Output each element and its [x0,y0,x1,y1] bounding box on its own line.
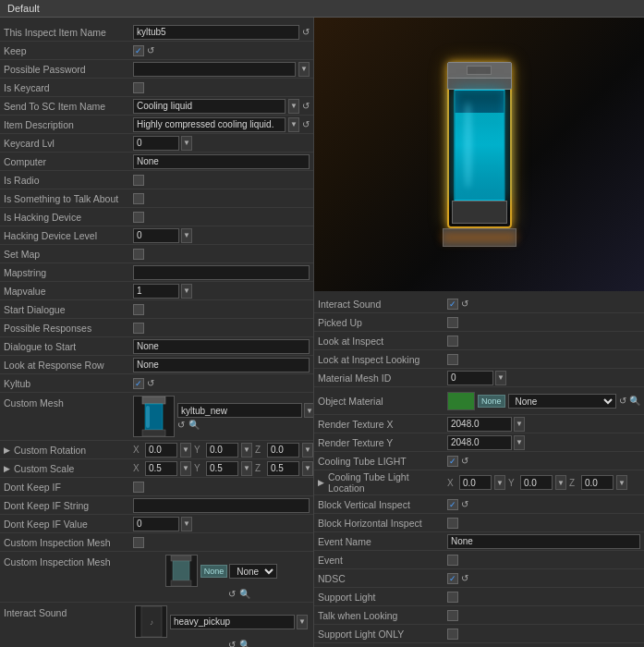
custom-rotation-x[interactable] [145,443,177,458]
render-texture-x-input[interactable] [447,417,512,432]
cooling-tube-light-checkbox[interactable] [447,456,458,467]
send-to-sc-reset[interactable]: ↺ [302,101,310,111]
custom-inspection-dropdown[interactable]: None [229,564,277,579]
object-material-search[interactable]: 🔍 [629,396,640,406]
interact-sound-left-reset[interactable]: ↺ [228,640,236,647]
block-vertical-inspect-reset[interactable]: ↺ [461,499,468,509]
cooling-tube-light-reset[interactable]: ↺ [461,456,468,466]
custom-scale-z[interactable] [267,461,299,476]
keep-reset[interactable]: ↺ [147,45,154,55]
event-name-input[interactable] [447,534,640,549]
picked-up-checkbox[interactable] [447,317,458,328]
send-to-sc-dropdown[interactable]: ▼ [288,99,299,114]
custom-mesh-reset[interactable]: ↺ [177,420,185,430]
support-light-only-value [447,629,640,640]
dont-keep-if-value-row: Dont Keep IF Value ▼ [0,515,313,533]
interact-sound-reset[interactable]: ↺ [461,299,468,309]
interact-sound-left-search[interactable]: 🔍 [239,640,250,647]
possible-responses-checkbox[interactable] [133,323,144,334]
kyltub-checkbox[interactable] [133,378,144,389]
possible-password-dropdown-btn[interactable]: ▼ [298,62,310,77]
svg-rect-2 [142,430,165,436]
is-keycard-checkbox[interactable] [133,82,144,93]
custom-rotation-y[interactable] [206,443,238,458]
custom-inspection-reset[interactable]: ↺ [228,589,236,599]
event-name-label: Event Name [318,536,447,547]
custom-scale-row: ▶ Custom Scale X ▼ Y ▼ Z ▼ [0,459,313,478]
ndsc-reset[interactable]: ↺ [461,573,468,583]
custom-inspection-search[interactable]: 🔍 [239,589,250,599]
is-hacking-checkbox[interactable] [133,212,144,223]
dont-keep-if-string-input[interactable] [133,498,310,513]
block-vertical-inspect-checkbox[interactable] [447,499,458,510]
computer-input[interactable] [133,154,310,169]
dont-keep-if-value-input[interactable] [133,517,179,531]
hacking-level-arrow[interactable]: ▼ [181,228,192,243]
object-material-dropdown[interactable]: None [508,394,616,409]
is-keycard-label: Is Keycard [4,82,133,93]
mapvalue-input[interactable] [133,284,179,299]
cooling-tube-loc-x[interactable] [459,475,492,490]
block-horizontal-inspect-checkbox[interactable] [447,518,458,529]
kyltub-reset[interactable]: ↺ [147,378,154,388]
custom-scale-y[interactable] [206,461,238,476]
start-dialogue-value [133,304,310,315]
dont-keep-if-checkbox[interactable] [133,482,144,493]
custom-rotation-expand[interactable]: ▶ [4,446,10,455]
keycard-lvl-arrow[interactable]: ▼ [181,136,192,151]
custom-mesh-row: Custom Mesh [0,393,313,441]
render-texture-y-input[interactable] [447,435,512,450]
event-checkbox[interactable] [447,555,458,566]
custom-scale-x[interactable] [145,461,177,476]
custom-inspection-mesh-check-label: Custom Inspection Mesh [4,537,133,548]
is-radio-checkbox[interactable] [133,175,144,186]
dont-keep-if-row: Dont Keep IF [0,478,313,496]
support-light-checkbox[interactable] [447,592,458,603]
right-panel: Interact Sound ↺ Picked Up Look at Inspe… [314,18,644,647]
tube-bottom [452,201,507,224]
kyltub-label: Kyltub [4,378,133,389]
dialogue-to-start-input[interactable] [133,339,310,354]
cooling-tube-loc-y[interactable] [520,475,553,490]
render-texture-x-value: ▼ [447,417,640,432]
computer-label: Computer [4,156,133,167]
item-desc-dropdown[interactable]: ▼ [288,117,299,132]
inspect-item-name-input[interactable] [133,25,299,40]
custom-mesh-input[interactable] [177,403,302,418]
item-description-input[interactable] [133,117,286,132]
hacking-level-input[interactable] [133,228,179,243]
look-at-inspect-checkbox[interactable] [447,336,458,347]
mapvalue-arrow[interactable]: ▼ [181,284,192,299]
possible-password-input[interactable] [133,62,296,77]
material-mesh-id-input[interactable] [447,371,493,385]
interact-sound-left-input[interactable] [170,615,295,629]
custom-mesh-dropdown[interactable]: ▼ [304,403,314,418]
block-horizontal-inspect-value [447,518,640,529]
custom-mesh-search[interactable]: 🔍 [188,420,200,430]
talk-when-looking-checkbox[interactable] [447,610,458,621]
block-vertical-inspect-row: Block Vertical Inspect ↺ [314,495,644,514]
support-light-only-checkbox[interactable] [447,629,458,640]
start-dialogue-row: Start Dialogue [0,300,313,319]
ndsc-checkbox[interactable] [447,573,458,584]
is-something-checkbox[interactable] [133,193,144,204]
lock-at-inspect-looking-checkbox[interactable] [447,354,458,365]
look-at-response-input[interactable] [133,358,310,372]
send-to-sc-input[interactable] [133,99,286,114]
custom-inspection-mesh-checkbox[interactable] [133,537,144,548]
custom-scale-expand[interactable]: ▶ [4,464,10,473]
item-desc-reset[interactable]: ↺ [302,119,310,129]
interact-sound-checkbox[interactable] [447,299,458,310]
inspect-item-name-reset[interactable]: ↺ [302,27,310,37]
keep-checkbox[interactable] [133,45,144,56]
object-material-reset[interactable]: ↺ [619,396,626,406]
tube-liquid [455,113,504,200]
custom-rotation-z[interactable] [267,443,299,458]
cooling-tube-loc-z[interactable] [581,475,614,490]
keycard-lvl-input[interactable] [133,136,179,151]
cooling-tube-location-expand[interactable]: ▶ [318,478,324,487]
set-map-checkbox[interactable] [133,249,144,260]
start-dialogue-checkbox[interactable] [133,304,144,315]
mapstring-input[interactable] [133,265,310,280]
render-texture-x-row: Render Texture X ▼ [314,415,644,433]
